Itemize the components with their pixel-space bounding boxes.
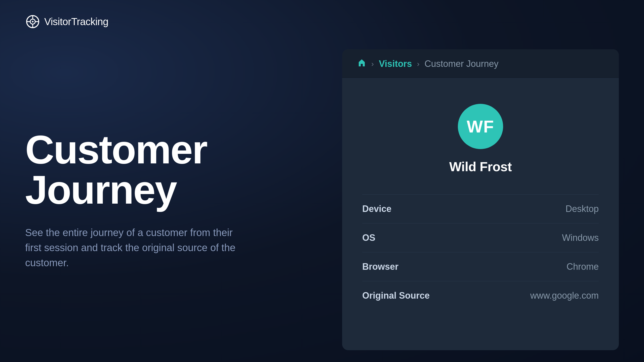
card-bottom	[342, 325, 619, 350]
browser-value: Chrome	[567, 261, 599, 272]
home-icon[interactable]	[357, 58, 366, 69]
breadcrumb-chevron-2: ›	[417, 60, 419, 68]
breadcrumb-bar: › Visitors › Customer Journey	[342, 49, 619, 79]
right-panel: › Visitors › Customer Journey WF Wild Fr…	[342, 49, 619, 350]
page-title: Customer Journey	[25, 129, 302, 210]
page-description: See the entire journey of a customer fro…	[25, 225, 252, 270]
avatar-initials: WF	[467, 117, 494, 136]
info-rows: Device Desktop OS Windows Browser Chrome	[362, 189, 599, 310]
info-row-original-source: Original Source www.google.com	[362, 281, 599, 310]
breadcrumb-visitors-link[interactable]: Visitors	[379, 59, 412, 69]
device-value: Desktop	[566, 204, 599, 214]
visitor-name: Wild Frost	[449, 159, 512, 174]
info-row-device: Device Desktop	[362, 194, 599, 223]
browser-label: Browser	[362, 261, 398, 272]
browser-card: › Visitors › Customer Journey WF Wild Fr…	[342, 49, 619, 325]
avatar: WF	[458, 104, 503, 149]
logo-text: VisitorTracking	[44, 16, 108, 27]
os-label: OS	[362, 233, 375, 243]
info-row-os: OS Windows	[362, 223, 599, 252]
info-row-browser: Browser Chrome	[362, 252, 599, 281]
os-value: Windows	[562, 233, 599, 243]
original-source-label: Original Source	[362, 290, 430, 301]
breadcrumb-chevron-1: ›	[371, 60, 374, 68]
device-label: Device	[362, 204, 391, 214]
logo: VisitorTracking	[25, 14, 108, 29]
visitor-avatar-section: WF Wild Frost	[362, 94, 599, 189]
top-bar: VisitorTracking	[0, 0, 644, 29]
original-source-value: www.google.com	[530, 290, 599, 301]
logo-icon	[25, 14, 40, 29]
left-panel: Customer Journey See the entire journey …	[25, 49, 322, 350]
breadcrumb-current: Customer Journey	[424, 59, 498, 69]
card-content: WF Wild Frost Device Desktop OS Windows	[342, 79, 619, 325]
